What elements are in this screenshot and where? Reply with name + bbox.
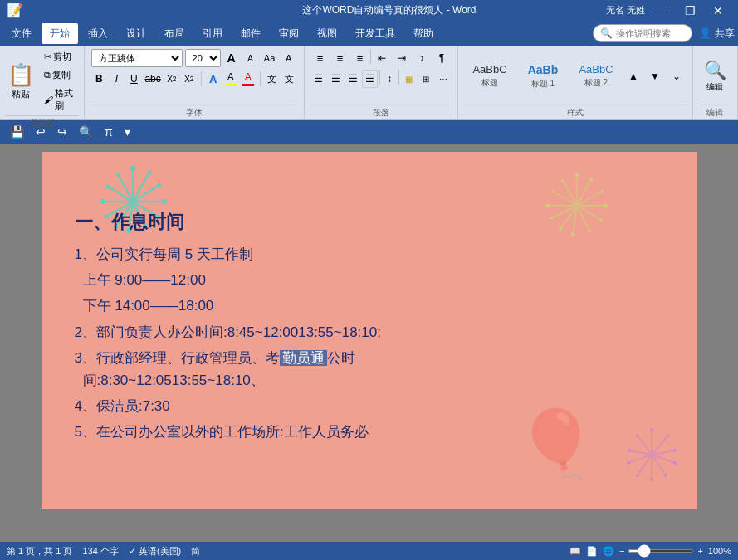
decrease-indent-button[interactable]: ⇤ bbox=[373, 49, 391, 67]
paragraph-group: ≡ ≡ ≡ ⇤ ⇥ ↕ ¶ ☰ ☰ ☰ ☰ ↕ ▦ ⊞ ⋯ bbox=[305, 46, 458, 119]
svg-point-45 bbox=[545, 204, 550, 208]
svg-point-37 bbox=[589, 178, 593, 181]
align-right-button[interactable]: ☰ bbox=[345, 70, 361, 88]
zoom-level[interactable]: 100% bbox=[708, 546, 731, 556]
cut-button[interactable]: ✂ 剪切 bbox=[40, 49, 79, 65]
print-view-button[interactable]: 📄 bbox=[586, 546, 598, 557]
svg-point-46 bbox=[551, 190, 555, 193]
pi-button[interactable]: π bbox=[101, 124, 116, 140]
window-controls: — ❐ ✕ bbox=[648, 0, 731, 21]
underline-button[interactable]: U bbox=[126, 70, 141, 88]
minus-zoom[interactable]: − bbox=[619, 546, 624, 556]
svg-line-35 bbox=[563, 181, 577, 206]
change-case-button[interactable]: Aa bbox=[261, 49, 278, 67]
plus-zoom[interactable]: + bbox=[697, 546, 702, 556]
para-extra[interactable]: ⋯ bbox=[435, 70, 451, 88]
styles-scroll-down[interactable]: ▼ bbox=[646, 67, 664, 85]
list-bullet-button[interactable]: ≡ bbox=[311, 49, 330, 67]
item-5-highlight: 勤员通 bbox=[280, 350, 327, 366]
restore-button[interactable]: ❐ bbox=[677, 0, 703, 21]
sort-button[interactable]: ↕ bbox=[413, 49, 431, 67]
style-heading1[interactable]: AaBb 标题 1 bbox=[518, 59, 568, 94]
language-icon: ✓ bbox=[129, 546, 136, 557]
close-button[interactable]: ✕ bbox=[705, 0, 731, 21]
grow-font-button[interactable]: A bbox=[223, 49, 240, 67]
subscript-button[interactable]: X2 bbox=[164, 70, 179, 88]
svg-line-11 bbox=[118, 174, 133, 202]
page-info[interactable]: 第 1 页，共 1 页 bbox=[7, 545, 72, 558]
save-qa-button[interactable]: 💾 bbox=[7, 124, 27, 140]
zoom-range[interactable] bbox=[628, 549, 694, 553]
share-button[interactable]: 👤 共享 bbox=[699, 27, 735, 41]
align-left-button[interactable]: ☰ bbox=[311, 70, 327, 88]
highlight-button[interactable]: A bbox=[223, 70, 238, 88]
italic-button[interactable]: I bbox=[109, 70, 124, 88]
format-painter-button[interactable]: 🖌 格式刷 bbox=[40, 85, 79, 114]
read-view-button[interactable]: 📖 bbox=[569, 546, 581, 557]
superscript-button[interactable]: X2 bbox=[182, 70, 197, 88]
menu-review[interactable]: 审阅 bbox=[271, 23, 307, 44]
search-box[interactable]: 🔍 bbox=[593, 24, 692, 42]
char-btn2[interactable]: 文 bbox=[282, 70, 297, 88]
web-view-button[interactable]: 🌐 bbox=[603, 546, 614, 557]
bold-button[interactable]: B bbox=[91, 70, 106, 88]
zoom-qa-button[interactable]: 🔍 bbox=[76, 124, 96, 140]
redo-button[interactable]: ↪ bbox=[54, 124, 71, 140]
menu-layout[interactable]: 布局 bbox=[156, 23, 193, 44]
undo-button[interactable]: ↩ bbox=[32, 124, 49, 140]
menu-view[interactable]: 视图 bbox=[309, 23, 345, 44]
menu-home[interactable]: 开始 bbox=[42, 23, 78, 44]
document-page: 🎈 一、作息时间 1、公司实行每周 5 天工作制 上午 9:00——12:00 … bbox=[42, 152, 697, 509]
search-input[interactable] bbox=[616, 28, 682, 38]
styles-expand[interactable]: ⌄ bbox=[667, 67, 686, 85]
copy-button[interactable]: ⧉ 复制 bbox=[40, 67, 79, 83]
clipboard-group: 📋 粘贴 ✂ 剪切 ⧉ 复制 🖌 格式刷 剪贴板 bbox=[0, 46, 85, 119]
align-center-button[interactable]: ☰ bbox=[328, 70, 344, 88]
justify-button[interactable]: ☰ bbox=[362, 70, 378, 88]
shrink-font-button[interactable]: A bbox=[242, 49, 259, 67]
list-multilevel-button[interactable]: ≡ bbox=[350, 49, 369, 67]
strikethrough-button[interactable]: abc bbox=[144, 70, 161, 88]
style-normal[interactable]: AaBbC 标题 bbox=[465, 59, 515, 93]
shading-button[interactable]: ▦ bbox=[401, 70, 417, 88]
svg-point-13 bbox=[147, 171, 151, 175]
item-6: 4、保洁员:7:30 bbox=[75, 395, 672, 417]
word-icon: 📝 bbox=[7, 2, 23, 18]
zoom-slider[interactable]: − + bbox=[619, 546, 703, 556]
menu-insert[interactable]: 插入 bbox=[80, 23, 116, 44]
minimize-button[interactable]: — bbox=[648, 0, 675, 21]
qa-dropdown[interactable]: ▾ bbox=[121, 124, 134, 140]
clear-format-button[interactable]: A bbox=[281, 49, 297, 67]
font-color-button[interactable]: A bbox=[241, 70, 256, 88]
font-name-select[interactable]: 方正跳体 bbox=[91, 49, 182, 67]
char-btn1[interactable]: 文 bbox=[265, 70, 280, 88]
show-marks-button[interactable]: ¶ bbox=[433, 49, 451, 67]
highlight-color-btn: A bbox=[225, 71, 237, 86]
menu-developer[interactable]: 开发工具 bbox=[347, 23, 403, 44]
list-number-button[interactable]: ≡ bbox=[331, 49, 349, 67]
menu-references[interactable]: 引用 bbox=[194, 23, 231, 44]
paste-button[interactable]: 📋 粘贴 bbox=[5, 49, 37, 114]
menu-file[interactable]: 文件 bbox=[3, 23, 40, 44]
svg-line-34 bbox=[553, 192, 577, 206]
menu-design[interactable]: 设计 bbox=[118, 23, 154, 44]
svg-point-61 bbox=[673, 461, 677, 465]
find-button[interactable]: 🔍 编辑 bbox=[700, 56, 731, 97]
item-5-container: 3、行政部经理、行政管理员、考勤员通公时 bbox=[75, 347, 672, 369]
svg-point-15 bbox=[162, 199, 167, 204]
eraser-icon: A bbox=[286, 53, 291, 63]
word-count[interactable]: 134 个字 bbox=[82, 545, 118, 558]
style-heading2[interactable]: AaBbC 标题 2 bbox=[571, 59, 621, 93]
border-button[interactable]: ⊞ bbox=[418, 70, 434, 88]
line-spacing-button[interactable]: ↕ bbox=[382, 70, 398, 88]
svg-point-64 bbox=[636, 474, 639, 477]
font-size-select[interactable]: 20 bbox=[185, 49, 221, 67]
svg-line-54 bbox=[638, 455, 652, 475]
increase-indent-button[interactable]: ⇥ bbox=[393, 49, 411, 67]
styles-scroll-up[interactable]: ▲ bbox=[624, 67, 643, 85]
view-mode[interactable]: 简 bbox=[191, 545, 200, 558]
menu-mailing[interactable]: 邮件 bbox=[232, 23, 269, 44]
sep3 bbox=[398, 70, 399, 85]
menu-help[interactable]: 帮助 bbox=[405, 23, 442, 44]
text-effects-button[interactable]: A bbox=[206, 70, 221, 88]
